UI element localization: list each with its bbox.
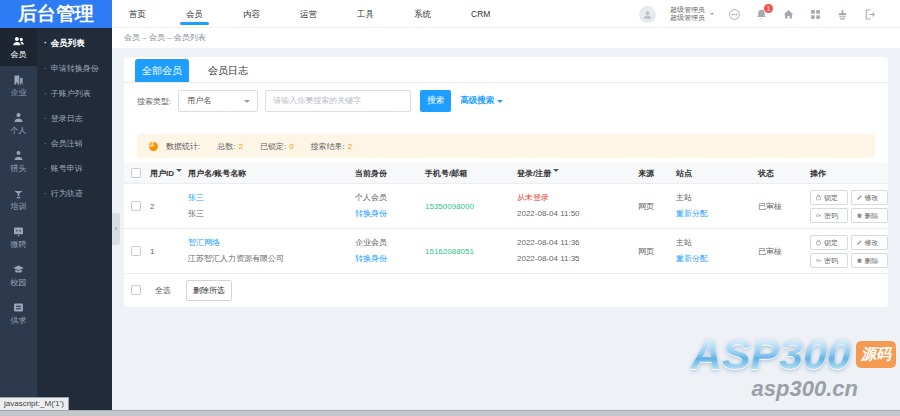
col-status: 状态 [756,168,808,179]
lock-button[interactable]: 锁定 [810,190,848,205]
last-login: 从未登录 [517,190,636,206]
table-row: 1 智汇网络 江苏智汇人力资源有限公司 企业会员 转换身份 1516208805… [124,228,888,273]
submenu-login-log[interactable]: 登录日志 [37,106,112,131]
col-actions: 操作 [808,168,888,179]
stats-title: 数据统计: [166,141,200,152]
source-text: 网页 [636,246,674,257]
nav-tools[interactable]: 工具 [337,0,394,28]
trash-icon [856,257,863,264]
sidebar-modules: 会员 企业 个人 猎头 培训 微聘 校园 供求 [0,28,37,410]
col-login[interactable]: 登录/注册 [515,168,636,179]
source-text: 网页 [636,201,674,212]
edit-button[interactable]: 修改 [851,235,889,250]
nav-content[interactable]: 内容 [223,0,280,28]
col-user-id[interactable]: 用户ID [148,168,186,179]
sidebar-module-training[interactable]: 培训 [0,180,37,218]
user-name[interactable]: 超级管理员 超级管理员 [670,6,705,22]
cell-user-id: 1 [148,247,186,256]
password-button[interactable]: 密码 [810,208,848,223]
apps-grid-icon[interactable] [809,8,822,21]
reassign-link[interactable]: 重新分配 [676,206,756,222]
sort-icon [553,169,559,175]
avatar[interactable] [639,6,656,23]
cell-user-id: 2 [148,202,186,211]
search-row: 搜索类型: 用户名 请输入你要搜索的关键字 搜索 高级搜索 [137,90,875,112]
message-icon[interactable] [728,8,741,21]
stats-locked-label: 已锁定: [260,141,286,152]
submenu-subaccount-list[interactable]: 子账户列表 [37,81,112,106]
delete-button[interactable]: 删除 [851,208,889,223]
stats-result-value: 2 [348,142,352,151]
sidebar-module-headhunter[interactable]: 猎头 [0,142,37,180]
user-name-link[interactable]: 智汇网络 [188,235,353,251]
sidebar-module-wechat-hire[interactable]: 微聘 [0,218,37,256]
search-input[interactable]: 请输入你要搜索的关键字 [265,90,411,112]
login-time: 2022-08-04 11:36 [517,235,636,251]
password-button[interactable]: 密码 [810,253,848,268]
edit-button[interactable]: 修改 [851,190,889,205]
nav-crm[interactable]: CRM [451,0,510,28]
stats-total-label: 总数: [217,141,235,152]
convert-identity-link[interactable]: 转换身份 [355,206,423,222]
logout-icon[interactable] [863,8,876,21]
submenu-member-list[interactable]: 会员列表 [37,31,112,56]
user-name-link[interactable]: 张三 [188,190,353,206]
phone-number: 15162088051 [425,247,474,256]
sidebar-module-personal[interactable]: 个人 [0,104,37,142]
sidebar-collapse-handle[interactable]: ‹ [112,213,120,245]
status-text: 已审核 [756,246,808,257]
stats-bar: 数据统计: 总数:2 已锁定:0 搜索结果:2 [137,134,875,158]
advanced-search-link[interactable]: 高级搜索 [460,95,503,107]
stats-locked-value: 0 [289,142,293,151]
submenu-identity-convert[interactable]: 申请转换身份 [37,56,112,81]
breadcrumb: 会员 – 会员 – 会员列表 [112,28,900,48]
nav-home[interactable]: 首页 [109,0,166,28]
tab-all-members[interactable]: 全部会员 [135,59,189,82]
top-nav: 首页 会员 内容 运营 工具 系统 CRM [109,0,510,28]
chat-box-icon [12,225,25,238]
reassign-link[interactable]: 重新分配 [676,251,756,267]
submenu-account-appeal[interactable]: 账号申诉 [37,156,112,181]
select-all-checkbox[interactable] [131,285,141,295]
lock-button[interactable]: 锁定 [810,235,848,250]
key-icon [815,257,822,264]
tab-member-log[interactable]: 会员日志 [201,59,255,82]
col-name: 用户名/账号名称 [186,168,353,179]
row-checkbox[interactable] [131,246,141,256]
clear-cache-icon[interactable] [836,8,849,21]
sidebar-module-supply-demand[interactable]: 供求 [0,294,37,332]
convert-identity-link[interactable]: 转换身份 [355,251,423,267]
sidebar-module-campus[interactable]: 校园 [0,256,37,294]
edit-icon [856,239,863,246]
watermark-domain: asp300.cn [691,376,858,402]
register-time: 2022-08-04 11:50 [517,206,636,222]
status-tooltip: javascript:_M('1') [0,397,69,411]
nav-operation[interactable]: 运营 [280,0,337,28]
phone-number: 15350098000 [425,202,474,211]
delete-button[interactable]: 删除 [851,253,889,268]
nav-member[interactable]: 会员 [166,0,223,28]
stats-result-label: 搜索结果: [311,141,345,152]
col-phone: 手机号/邮箱 [423,168,515,179]
sort-icon [176,169,182,175]
submenu-member-cancel[interactable]: 会员注销 [37,131,112,156]
identity-text: 企业会员 [355,235,423,251]
header-checkbox[interactable] [131,168,141,178]
delete-selected-button[interactable]: 删除所选 [186,280,232,301]
bottom-scrollbar[interactable] [0,410,900,416]
training-icon [12,187,25,200]
row-checkbox[interactable] [131,201,141,211]
top-bar: 后台管理 首页 会员 内容 运营 工具 系统 CRM 超级管理员 超级管理员 1 [0,0,900,28]
search-button[interactable]: 搜索 [420,90,451,112]
sidebar-module-member[interactable]: 会员 [0,28,37,66]
notification-icon[interactable]: 1 [755,8,768,21]
home-icon[interactable] [782,8,795,21]
search-type-select[interactable]: 用户名 [178,90,258,112]
col-identity: 当前身份 [353,168,423,179]
table-header: 用户ID 用户名/账号名称 当前身份 手机号/邮箱 登录/注册 来源 站点 状态… [124,163,888,183]
supply-demand-icon [12,301,25,314]
sidebar-module-company[interactable]: 企业 [0,66,37,104]
nav-system[interactable]: 系统 [394,0,451,28]
submenu-behavior-track[interactable]: 行为轨迹 [37,181,112,206]
site-text: 主站 [676,190,756,206]
